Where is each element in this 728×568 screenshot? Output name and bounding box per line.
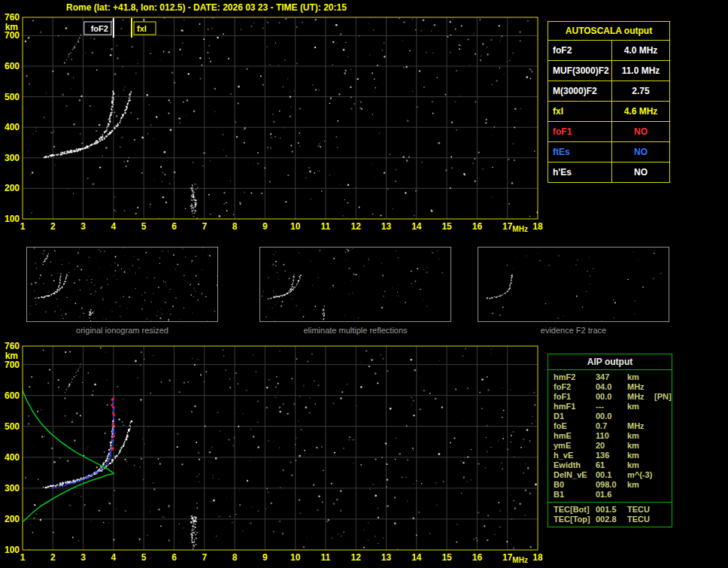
aip-row: D100.0 (548, 412, 672, 421)
parameter-value: NO (611, 122, 669, 141)
parameter-flag (650, 441, 672, 451)
parameter-name: h_vE (554, 451, 596, 460)
parameter-unit: km (627, 402, 650, 412)
svg-text:15: 15 (441, 552, 452, 563)
parameter-name: TEC[Bot] (554, 505, 596, 515)
svg-text:4: 4 (111, 221, 117, 232)
svg-text:400: 400 (5, 452, 20, 463)
aip-table-rows: hmF2347kmfoF204.0MHzfoF100.0MHz[PN]hmF1-… (548, 372, 672, 524)
parameter-value: 002.8 (596, 515, 627, 524)
svg-text:600: 600 (5, 61, 20, 71)
aip-row: foF204.0MHz (548, 382, 672, 392)
parameter-value: 04.0 (596, 382, 627, 392)
svg-text:18: 18 (532, 221, 543, 232)
parameter-label: fxI (548, 102, 611, 121)
parameter-unit: m^(-3) (627, 470, 652, 480)
svg-text:700: 700 (5, 30, 20, 41)
parameter-unit: MHz (627, 382, 650, 392)
svg-text:300: 300 (5, 153, 20, 163)
parameter-unit (627, 490, 650, 500)
thumbnail-original-chart (27, 248, 217, 321)
svg-text:10: 10 (290, 552, 301, 563)
parameter-unit: km (627, 431, 650, 441)
svg-text:4: 4 (111, 552, 117, 563)
svg-text:18: 18 (532, 552, 543, 563)
parameter-flag (650, 431, 672, 441)
aip-row: B0098.0km (548, 480, 672, 490)
svg-text:6: 6 (171, 552, 177, 563)
svg-text:1: 1 (20, 552, 26, 563)
svg-text:MHz: MHz (512, 225, 528, 233)
parameter-name: foF1 (554, 392, 596, 402)
svg-text:500: 500 (5, 421, 20, 432)
parameter-unit: km (627, 372, 650, 382)
autoscala-table-rows: foF24.0 MHzMUF(3000)F211.0 MHzM(3000)F22… (548, 41, 669, 182)
svg-text:12: 12 (351, 552, 362, 563)
parameter-value: NO (611, 163, 669, 182)
svg-text:2: 2 (50, 221, 56, 232)
parameter-name: D1 (554, 412, 596, 421)
echo-data (18, 347, 537, 549)
aip-row: foF100.0MHz[PN] (548, 392, 672, 402)
parameter-name: DelN_vE (554, 470, 596, 480)
autoscala-row: MUF(3000)F211.0 MHz (548, 61, 669, 81)
parameter-name: foE (554, 421, 596, 431)
svg-text:200: 200 (5, 183, 20, 193)
svg-text:13: 13 (381, 552, 392, 563)
svg-text:2: 2 (50, 552, 56, 563)
svg-text:17: 17 (502, 552, 513, 563)
aip-row: ymE20km (548, 441, 672, 451)
station-header: Rome (lat: +41.8, lon: 012.5) - DATE: 20… (66, 2, 347, 13)
autoscala-output-table: AUTOSCALA output foF24.0 MHzMUF(3000)F21… (548, 21, 670, 183)
parameter-value: 001.5 (596, 505, 627, 515)
svg-text:10: 10 (290, 221, 301, 232)
parameter-value: 61 (596, 460, 627, 470)
parameter-flag (650, 460, 672, 470)
aip-row: h_vE136km (548, 451, 672, 460)
svg-text:9: 9 (262, 221, 268, 232)
parameter-value: 4.6 MHz (611, 102, 669, 121)
echo-data (22, 17, 538, 219)
parameter-unit (627, 412, 650, 421)
parameter-name: TEC[Top] (554, 515, 596, 524)
grid-lines (23, 346, 538, 550)
aip-output-table: AIP output hmF2347kmfoF204.0MHzfoF100.0M… (548, 354, 672, 527)
autoscala-row: foF1NO (548, 122, 669, 142)
aip-table-title: AIP output (548, 354, 672, 370)
svg-text:MHz: MHz (512, 556, 528, 564)
svg-text:16: 16 (472, 221, 483, 232)
aip-row: DelN_vE00.1m^(-3) (548, 470, 672, 480)
parameter-value: NO (611, 142, 669, 162)
svg-text:11: 11 (321, 221, 331, 232)
svg-text:7: 7 (202, 221, 207, 232)
parameter-value: 136 (596, 451, 627, 460)
aip-row: hmF1---km (548, 402, 672, 412)
parameter-name: hmE (554, 431, 596, 441)
parameter-label: foF1 (548, 122, 611, 141)
svg-text:760: 760 (5, 12, 20, 23)
parameter-name: hmF2 (554, 372, 596, 382)
svg-text:12: 12 (351, 221, 362, 232)
parameter-value: 00.1 (596, 470, 627, 480)
parameter-value: 01.6 (596, 490, 627, 500)
svg-text:400: 400 (5, 122, 20, 132)
svg-text:15: 15 (441, 221, 452, 232)
svg-text:3: 3 (80, 221, 86, 232)
parameter-value: 4.0 MHz (611, 41, 669, 60)
autoscala-row: fxI4.6 MHz (548, 102, 669, 122)
parameter-label: MUF(3000)F2 (548, 61, 611, 80)
bottom-ionogram-chart: 760km70060050040030020010012345678910111… (0, 342, 560, 568)
svg-text:17: 17 (502, 221, 513, 232)
svg-text:16: 16 (472, 552, 483, 563)
parameter-flag (652, 470, 672, 480)
axis-labels: 760km70060050040030020010012345678910111… (5, 342, 543, 564)
svg-text:7: 7 (202, 552, 207, 563)
svg-text:200: 200 (5, 514, 20, 524)
svg-text:fxI: fxI (137, 24, 147, 33)
aip-row: foE0.7MHz (548, 421, 672, 431)
svg-text:500: 500 (5, 92, 20, 102)
parameter-value: 347 (596, 372, 627, 382)
svg-text:13: 13 (381, 221, 392, 232)
parameter-flag (650, 490, 672, 500)
grid-lines (23, 17, 538, 219)
